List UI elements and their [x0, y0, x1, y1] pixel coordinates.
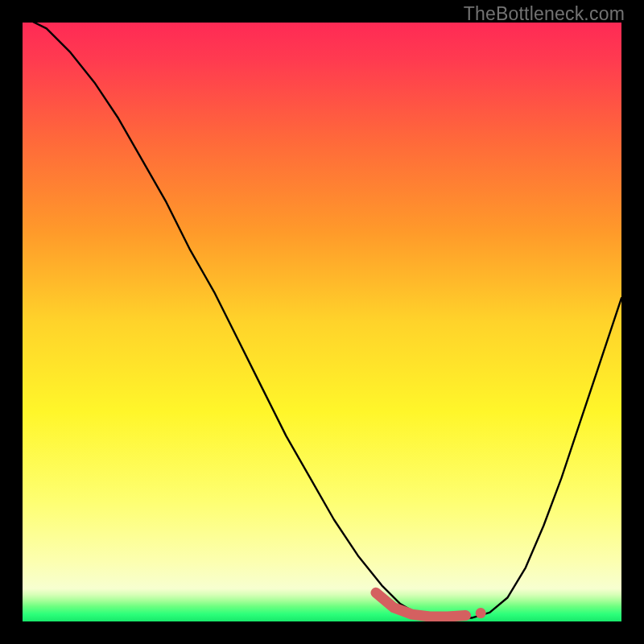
bottleneck-curve — [23, 23, 621, 618]
plot-area — [23, 23, 621, 621]
optimal-range-marker — [376, 592, 466, 617]
chart-container: TheBottleneck.com — [0, 0, 644, 644]
watermark-text: TheBottleneck.com — [464, 3, 625, 25]
optimal-point-marker — [476, 608, 486, 618]
bottleneck-curve-svg — [23, 23, 621, 621]
